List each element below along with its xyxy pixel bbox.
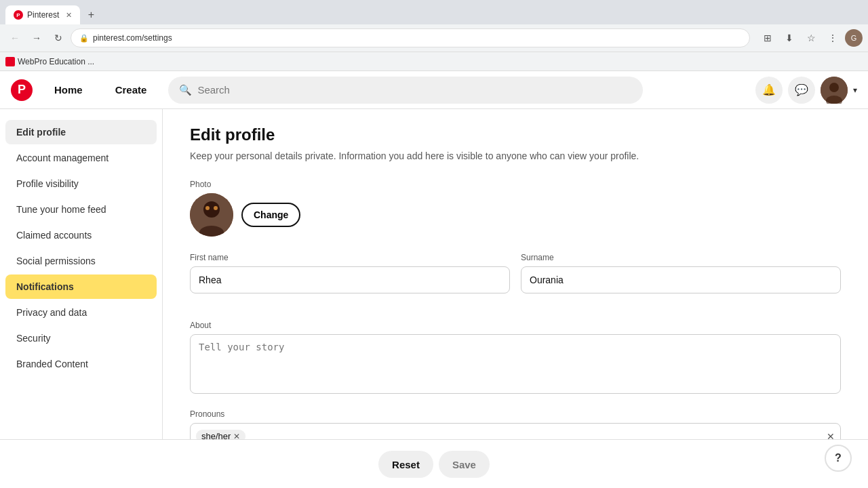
- header-actions: 🔔 💬 ▾: [755, 77, 857, 104]
- sidebar-item-claimed-accounts[interactable]: Claimed accounts: [5, 223, 157, 247]
- bookmark-favicon: [5, 57, 15, 66]
- photo-row: Change: [190, 193, 841, 237]
- more-button[interactable]: ⋮: [823, 28, 842, 47]
- extensions-button[interactable]: ⊞: [758, 28, 777, 47]
- first-name-section: First name: [190, 253, 510, 293]
- page-subtitle: Keep your personal details private. Info…: [190, 150, 841, 163]
- save-button[interactable]: Save: [439, 451, 490, 478]
- sidebar-item-notifications[interactable]: Notifications: [5, 274, 157, 299]
- pronouns-section: Pronouns she/her ✕ ✕ Choose up to 2 sets…: [190, 409, 841, 439]
- svg-point-7: [214, 206, 218, 210]
- change-photo-button[interactable]: Change: [241, 203, 300, 227]
- search-placeholder: Search: [197, 84, 230, 96]
- surname-input[interactable]: [521, 266, 841, 293]
- name-row: First name Surname: [190, 253, 841, 307]
- sidebar-item-social-permissions[interactable]: Social permissions: [5, 249, 157, 273]
- bookmark-button[interactable]: ☆: [802, 28, 821, 47]
- address-text: pinterest.com/settings: [93, 33, 172, 43]
- sidebar-item-security[interactable]: Security: [5, 326, 157, 350]
- pronouns-input-container[interactable]: she/her ✕ ✕: [190, 423, 841, 439]
- bookmark-label: WebPro Education ...: [18, 57, 94, 66]
- svg-point-1: [829, 83, 839, 92]
- notifications-button[interactable]: 🔔: [755, 77, 783, 104]
- svg-point-4: [203, 201, 220, 218]
- bell-icon: 🔔: [762, 83, 776, 96]
- downloads-button[interactable]: ⬇: [780, 28, 799, 47]
- refresh-button[interactable]: ↻: [49, 28, 68, 47]
- nav-create[interactable]: Create: [104, 79, 158, 101]
- chevron-down-icon[interactable]: ▾: [853, 85, 857, 95]
- surname-section: Surname: [521, 253, 841, 293]
- browser-chrome: P Pinterest ✕ + ← → ↻ 🔒 pinterest.com/se…: [0, 0, 868, 71]
- avatar-svg: [821, 77, 848, 104]
- bookmark-item[interactable]: WebPro Education ...: [5, 57, 94, 66]
- messages-button[interactable]: 💬: [788, 77, 815, 104]
- pronouns-label: Pronouns: [190, 409, 841, 419]
- photo-label: Photo: [190, 180, 841, 189]
- help-button[interactable]: ?: [825, 445, 852, 472]
- active-tab[interactable]: P Pinterest ✕: [5, 5, 80, 24]
- lock-icon: 🔒: [79, 34, 89, 43]
- tab-title: Pinterest: [27, 10, 59, 20]
- sidebar-item-branded-content[interactable]: Branded Content: [5, 352, 157, 376]
- pronoun-remove-button[interactable]: ✕: [233, 432, 240, 439]
- svg-point-6: [205, 206, 210, 210]
- photo-section: Photo Change: [190, 180, 841, 237]
- profile-avatar-image: [190, 193, 233, 237]
- main-content: Edit profile Account management Profile …: [0, 109, 868, 439]
- browser-profile[interactable]: G: [845, 29, 863, 47]
- about-textarea[interactable]: [190, 334, 841, 394]
- browser-actions: ⊞ ⬇ ☆ ⋮ G: [758, 28, 863, 47]
- pinterest-logo[interactable]: P: [11, 79, 33, 101]
- back-button[interactable]: ←: [5, 28, 24, 47]
- new-tab-button[interactable]: +: [83, 7, 99, 23]
- reset-button[interactable]: Reset: [378, 451, 433, 478]
- search-bar[interactable]: 🔍 Search: [168, 77, 643, 104]
- about-section: About: [190, 321, 841, 396]
- pronouns-clear-button[interactable]: ✕: [827, 431, 835, 439]
- tab-close-button[interactable]: ✕: [66, 11, 72, 20]
- first-name-label: First name: [190, 253, 510, 262]
- chat-icon: 💬: [795, 83, 808, 96]
- settings-content: Edit profile Keep your personal details …: [163, 109, 868, 439]
- search-icon: 🔍: [179, 84, 192, 96]
- sidebar-item-privacy-data[interactable]: Privacy and data: [5, 300, 157, 325]
- forward-button[interactable]: →: [27, 28, 46, 47]
- bookmarks-bar: WebPro Education ...: [0, 52, 868, 70]
- sidebar-item-edit-profile[interactable]: Edit profile: [5, 120, 157, 144]
- pinterest-app: P Home Create 🔍 Search 🔔 💬 ▾: [0, 71, 868, 488]
- pinterest-header: P Home Create 🔍 Search 🔔 💬 ▾: [0, 71, 868, 109]
- sidebar-item-tune-home-feed[interactable]: Tune your home feed: [5, 197, 157, 222]
- address-bar[interactable]: 🔒 pinterest.com/settings: [71, 28, 750, 47]
- first-name-input[interactable]: [190, 266, 510, 293]
- about-label: About: [190, 321, 841, 330]
- page-title: Edit profile: [190, 125, 841, 144]
- sidebar-item-profile-visibility[interactable]: Profile visibility: [5, 171, 157, 196]
- browser-controls: ← → ↻ 🔒 pinterest.com/settings ⊞ ⬇ ☆ ⋮ G: [0, 24, 868, 52]
- form-footer: Reset Save: [0, 439, 868, 488]
- surname-label: Surname: [521, 253, 841, 262]
- settings-sidebar: Edit profile Account management Profile …: [0, 109, 163, 439]
- profile-avatar: [190, 193, 233, 237]
- sidebar-item-account-management[interactable]: Account management: [5, 146, 157, 170]
- nav-home[interactable]: Home: [43, 79, 94, 101]
- tab-favicon: P: [14, 10, 23, 20]
- tab-bar: P Pinterest ✕ +: [0, 0, 868, 24]
- user-avatar[interactable]: [821, 77, 848, 104]
- pronoun-tag-text: she/her: [201, 431, 231, 439]
- pronoun-tag: she/her ✕: [196, 430, 245, 439]
